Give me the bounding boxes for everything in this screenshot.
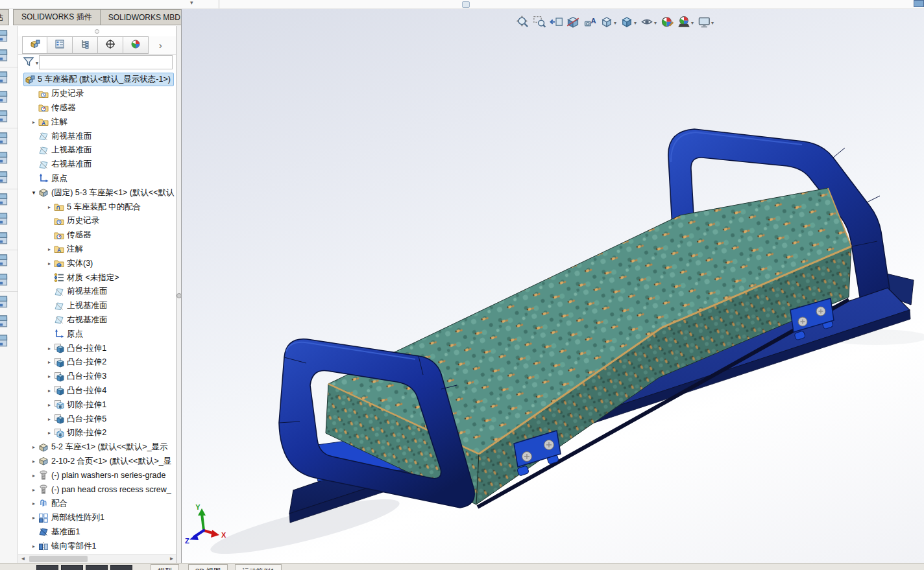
manager-tab-displaymanager[interactable] <box>123 36 149 54</box>
taskbar-thumbnail[interactable] <box>61 565 83 570</box>
tree-item[interactable]: 5 车座装配 (默认<默认_显示状态-1>) <box>18 73 176 87</box>
tree-item[interactable]: 右视基准面 <box>18 313 176 327</box>
tree-item[interactable]: ▸实体(3) <box>18 256 176 270</box>
zoom-to-area-button[interactable] <box>531 14 548 32</box>
assembly-toolbar-icon-5[interactable] <box>0 108 18 126</box>
tree-item[interactable]: ▸凸台-拉伸4 <box>18 384 176 398</box>
expand-arrow[interactable]: ▸ <box>45 430 53 436</box>
tree-item[interactable]: ▸(-) pan head cross recess screw_ <box>18 482 176 497</box>
tree-item[interactable]: ▸2-10-2 合页<1> (默认<<默认>_显 <box>18 455 176 469</box>
tree-item[interactable]: ▸凸台-拉伸5 <box>18 412 176 426</box>
taskbar-thumbnail[interactable] <box>110 565 132 570</box>
tree-item[interactable]: 右视基准面 <box>18 158 176 172</box>
expand-arrow[interactable]: ▸ <box>45 402 53 408</box>
zoom-to-fit-button[interactable] <box>514 14 531 32</box>
chevron-down-icon[interactable]: ▾ <box>190 0 193 6</box>
expand-arrow[interactable]: ▸ <box>45 388 53 394</box>
tree-item[interactable]: 传感器 <box>18 228 176 243</box>
assembly-toolbar-icon-16[interactable] <box>0 333 18 350</box>
tree-item[interactable]: ▸切除-拉伸2 <box>18 426 176 440</box>
tree-item[interactable]: ▸(-) plain washers-n series-grade <box>18 468 176 482</box>
tab-motion-study[interactable]: 运动算例1 <box>235 564 282 570</box>
dynamic-annotation-views-button[interactable]: A <box>581 14 598 32</box>
chevron-down-icon[interactable]: ▾ <box>711 20 714 26</box>
chevron-down-icon[interactable]: ▾ <box>634 20 637 26</box>
tree-item[interactable]: ▾(固定) 5-3 车座架<1> (默认<<默认 <box>18 185 176 200</box>
assembly-toolbar-icon-1[interactable] <box>0 28 18 45</box>
assembly-toolbar-icon-8[interactable] <box>0 169 18 187</box>
hide-show-items-button[interactable]: ▾ <box>638 14 659 32</box>
tree-item[interactable]: ▸A注解 <box>18 115 176 129</box>
expand-arrow[interactable]: ▾ <box>30 189 38 196</box>
view-orientation-button[interactable]: ▾ <box>598 14 618 32</box>
tab-3d-views[interactable]: 3D 视图 <box>188 564 228 570</box>
expand-arrow[interactable]: ▸ <box>45 374 53 379</box>
assembly-toolbar-icon-10[interactable] <box>0 211 18 228</box>
previous-view-button[interactable] <box>548 14 565 32</box>
expand-arrow[interactable]: ▸ <box>30 515 38 521</box>
expand-arrow[interactable]: ▸ <box>30 119 38 125</box>
expand-arrow[interactable]: ▸ <box>30 444 38 450</box>
model-scene[interactable]: Y X Z <box>182 9 924 563</box>
scroll-left-button[interactable]: ◄ <box>19 555 27 563</box>
expand-arrow[interactable]: ▸ <box>30 473 38 479</box>
tree-item[interactable]: ▸局部线性阵列1 <box>18 511 176 525</box>
tree-item[interactable]: 历史记录 <box>18 87 176 101</box>
manager-tab-configurationmanager[interactable] <box>73 36 98 54</box>
apply-scene-button[interactable]: ▾ <box>675 14 696 32</box>
tree-item[interactable]: ▸凸台-拉伸1 <box>18 341 176 355</box>
assembly-toolbar-icon-9[interactable] <box>0 191 18 209</box>
tree-item[interactable]: 材质 <未指定> <box>18 270 176 285</box>
section-view-button[interactable] <box>565 14 581 32</box>
assembly-toolbar-icon-13[interactable] <box>0 272 18 289</box>
expand-arrow[interactable]: ▸ <box>30 458 38 464</box>
tree-item[interactable]: ▸配合 <box>18 497 176 511</box>
tree-item[interactable]: ▸凸台-拉伸3 <box>18 370 176 384</box>
tree-item[interactable]: 原点 <box>18 172 176 186</box>
assembly-toolbar-icon-11[interactable] <box>0 230 18 248</box>
tab-model[interactable]: 模型 <box>151 564 179 570</box>
expand-arrow[interactable]: ▸ <box>30 543 38 549</box>
tree-item[interactable]: ▸5-2 车座<1> (默认<<默认>_显示 <box>18 440 176 455</box>
assembly-toolbar-icon-15[interactable] <box>0 313 18 331</box>
edit-appearance-button[interactable] <box>659 14 675 32</box>
tree-item[interactable]: 传感器 <box>18 101 176 115</box>
taskbar-thumbnail[interactable] <box>86 565 108 570</box>
tree-item[interactable]: ▸5 车座装配 中的配合 <box>18 200 176 214</box>
expand-arrow[interactable]: ▸ <box>45 261 53 267</box>
tree-item[interactable]: 原点 <box>18 327 176 341</box>
splitter-handle[interactable] <box>176 293 182 298</box>
chevron-down-icon[interactable]: ▾ <box>654 20 657 26</box>
filter-funnel-icon[interactable]: ▾ <box>23 56 34 70</box>
tab-solidworks-addins[interactable]: SOLIDWORKS 插件 <box>13 9 101 25</box>
bench-model[interactable]: Y X Z <box>185 129 924 563</box>
tree-item[interactable]: 基准面1 <box>18 525 176 540</box>
tree-item[interactable]: 上视基准面 <box>18 299 176 313</box>
assembly-toolbar-icon-2[interactable] <box>0 47 18 65</box>
tree-item[interactable]: 历史记录 <box>18 214 176 228</box>
display-style-button[interactable]: ▾ <box>618 14 638 32</box>
panel-splitter[interactable] <box>181 9 182 563</box>
tree-item[interactable]: ▸切除-拉伸1 <box>18 398 176 412</box>
manager-tab-propertymanager[interactable] <box>47 36 73 54</box>
scroll-right-button[interactable]: ► <box>167 555 176 563</box>
expand-arrow[interactable]: ▸ <box>45 246 53 252</box>
expand-arrow[interactable]: ▸ <box>30 487 38 493</box>
expand-arrow[interactable]: ▸ <box>30 501 38 506</box>
graphics-area[interactable]: Y X Z A▾▾▾▾▾ <box>182 9 924 563</box>
assembly-toolbar-icon-12[interactable] <box>0 252 18 270</box>
tab-evaluate-partial[interactable]: 估 <box>0 9 9 25</box>
tree-item[interactable]: ▸A注解 <box>18 243 176 257</box>
assembly-toolbar-icon-4[interactable] <box>0 89 18 106</box>
tree-item[interactable]: 上视基准面 <box>18 143 176 158</box>
assembly-toolbar-icon-6[interactable] <box>0 130 18 148</box>
panel-grip[interactable] <box>95 29 99 34</box>
expand-arrow[interactable]: ▸ <box>45 416 53 422</box>
scroll-thumb[interactable] <box>29 556 88 562</box>
chevron-down-icon[interactable]: ▾ <box>36 60 38 66</box>
tree-item[interactable]: 前视基准面 <box>18 285 176 299</box>
assembly-toolbar-icon-3[interactable] <box>0 69 18 87</box>
chevron-down-icon[interactable]: ▾ <box>614 20 616 26</box>
expand-arrow[interactable]: ▸ <box>45 359 53 365</box>
tree-filter-input[interactable] <box>39 55 173 69</box>
